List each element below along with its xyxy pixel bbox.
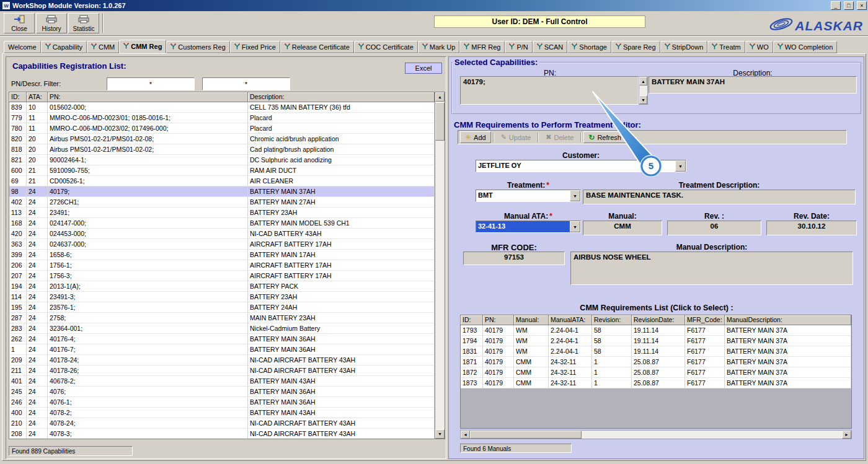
column-header[interactable]: PN: [48, 92, 248, 102]
column-header[interactable]: PN: [483, 315, 514, 325]
description-filter-input[interactable] [202, 77, 290, 90]
capability-row[interactable]: 208244078-3;NI-CAD AIRCRAFT BATTERY 43AH [9, 429, 435, 439]
pn-filter-input[interactable] [107, 77, 195, 90]
tab-wo[interactable]: WO [745, 41, 773, 53]
tab-welcome[interactable]: Welcome [4, 41, 41, 53]
column-header[interactable]: MFR_Code: [685, 315, 725, 325]
column-header[interactable]: Description: [248, 92, 435, 102]
capability-row[interactable]: 194242013-1(A);BATTERY PACK [9, 281, 435, 292]
column-header[interactable]: RevisionDate: [632, 315, 685, 325]
capability-row[interactable]: 12440176-7;BATTERY MAIN 36AH [9, 344, 435, 355]
scroll-left-icon[interactable]: ◄ [461, 431, 470, 439]
tab-fixed-price[interactable]: Fixed Price [230, 41, 280, 53]
tab-scan[interactable]: SCAN [533, 41, 568, 53]
capability-row[interactable]: 2622440176-4;BATTERY MAIN 36AH [9, 334, 435, 344]
add-button[interactable]: ✳ Add [460, 131, 491, 143]
column-header[interactable]: ID: [461, 315, 483, 325]
capability-row[interactable]: 16824024147-000;BATTERY MAIN MODEL 539 C… [9, 218, 435, 229]
requirement-row[interactable]: 179340179WM2.24-04-15819.11.14F6177BATTE… [461, 325, 851, 336]
close-button[interactable]: Close [4, 13, 35, 33]
tab-shortage[interactable]: Shortage [567, 41, 611, 53]
capability-row[interactable]: 246244076-1;BATTERY MAIN 36AH [9, 397, 435, 408]
minimize-button[interactable]: _ [831, 1, 841, 10]
tab-capability[interactable]: Capability [41, 41, 87, 53]
capability-row[interactable]: 210244078-24;NI-CAD AIRCRAFT BATTERY 43A… [9, 418, 435, 429]
manual-ata-combobox[interactable]: 32-41-13 ▼ [476, 221, 581, 233]
capability-row[interactable]: 6921CD00526-1;AIR CLEANER [9, 176, 435, 186]
column-header[interactable]: Revision: [592, 315, 632, 325]
capability-row[interactable]: 4012440678-2;BATTERY MAIN 43AH [9, 376, 435, 387]
column-header[interactable]: Manual: [514, 315, 549, 325]
chevron-down-icon[interactable]: ▼ [570, 190, 580, 201]
capability-row[interactable]: 207241756-3;AIRCRAFT BATTERY 17AH [9, 271, 435, 281]
capability-row[interactable]: 400244078-2;BATTERY MAIN 43AH [9, 408, 435, 418]
capability-row[interactable]: 78011MMRO-C-006-MD-0023/02; 017496-000;P… [9, 123, 435, 134]
maximize-button[interactable]: □ [844, 1, 854, 10]
column-header[interactable]: ID: [9, 92, 27, 102]
capability-row[interactable]: 77911MMRO-C-006-MD-0023/01; 0185-0016-1;… [9, 113, 435, 123]
scrollbar-thumb[interactable] [470, 431, 582, 439]
column-header[interactable]: ATA: [27, 92, 48, 102]
treatment-combobox[interactable]: BMT ▼ [476, 190, 581, 202]
excel-export-button[interactable]: Excel [405, 63, 442, 74]
customer-combobox[interactable]: JETFLITE OY ▼ [476, 160, 686, 172]
tab-cmm-reg[interactable]: CMM Reg [119, 40, 166, 53]
scroll-up-icon[interactable]: ▲ [639, 77, 647, 85]
requirement-row[interactable]: 187240179CMM24-32-11125.08.87F6177BATTER… [461, 367, 851, 378]
capability-row[interactable]: 287242758;MAIN BATTERY 23AH [9, 313, 435, 323]
capability-row[interactable]: 1132423491;BATTERY 23AH [9, 208, 435, 218]
history-button[interactable]: History [36, 13, 67, 33]
column-header[interactable]: ManualDescription: [725, 315, 851, 325]
delete-button[interactable]: ✖ Delete [541, 131, 578, 143]
tab-mfr-reg[interactable]: MFR Reg [459, 41, 505, 53]
capability-row[interactable]: 206241756-1;AIRCRAFT BATTERY 17AH [9, 260, 435, 271]
capability-row[interactable]: 600215910090-755;RAM AIR DUCT [9, 165, 435, 176]
column-header[interactable]: ManualATA: [549, 315, 592, 325]
toolbar-separator [538, 133, 539, 142]
requirement-row[interactable]: 187340179CMM24-32-11125.08.87F6177BATTER… [461, 378, 851, 388]
tab-cmm[interactable]: CMM [87, 41, 119, 53]
close-window-button[interactable]: × [857, 1, 867, 10]
tab-wo-completion[interactable]: WO Completion [773, 41, 838, 53]
requirements-horizontal-scrollbar[interactable]: ◄ ► [460, 430, 852, 439]
scroll-down-icon[interactable]: ▼ [435, 429, 445, 439]
capability-row[interactable]: 399241658-6;BATTERY MAIN 17AH [9, 250, 435, 260]
chevron-down-icon[interactable]: ▼ [675, 160, 686, 172]
capabilities-vertical-scrollbar[interactable]: ▲ ▼ [435, 92, 445, 439]
chevron-down-icon[interactable]: ▼ [570, 221, 580, 232]
tab-p-n[interactable]: P/N [505, 41, 532, 53]
capability-row[interactable]: 402242726CH1;BATTERY MAIN 27AH [9, 197, 435, 208]
update-button[interactable]: ✎ Update [496, 131, 536, 143]
capability-row[interactable]: 42024024453-000;NI-CAD BATTERY 43AH [9, 229, 435, 239]
capability-row[interactable]: 245244076;BATTERY MAIN 36AH [9, 387, 435, 397]
scrollbar-thumb[interactable] [435, 102, 445, 141]
scroll-down-icon[interactable]: ▼ [639, 95, 647, 104]
statistic-button[interactable]: Statistic [68, 13, 99, 33]
capability-row[interactable]: 2832432364-001;Nickel-Cadmium Battery [9, 323, 435, 334]
capability-row[interactable]: 82020Airbus PMS01-02-21/PMS01-02-08;Chro… [9, 134, 435, 144]
pn-field-scrollbar[interactable]: ▲ ▼ [639, 76, 648, 105]
tab-stripdown[interactable]: StripDown [660, 41, 708, 53]
tab-coc-certificate[interactable]: COC Certificate [354, 41, 418, 53]
scroll-up-icon[interactable]: ▲ [435, 92, 445, 102]
tab-treatm[interactable]: Treatm [707, 41, 745, 53]
capability-row[interactable]: 2092440178-24;NI-CAD AIRCRAFT BATTERY 43… [9, 355, 435, 366]
capability-row[interactable]: 2112440178-26;NI-CAD AIRCRAFT BATTERY 43… [9, 366, 435, 376]
tab-spare-reg[interactable]: Spare Reg [611, 41, 660, 53]
requirement-row[interactable]: 183140179WM2.24-04-15819.11.14F6177BATTE… [461, 346, 851, 357]
capability-row[interactable]: 1952423576-1;BATTERY 24AH [9, 302, 435, 313]
refresh-button[interactable]: ↻ Refresh [583, 131, 626, 143]
treatment-value: BMT [476, 190, 570, 201]
capability-row[interactable]: 8212090002464-1;DC Sulphuric acid anodiz… [9, 155, 435, 165]
requirement-row[interactable]: 179440179WM2.24-04-15819.11.14F6177BATTE… [461, 336, 851, 346]
tab-mark-up[interactable]: Mark Up [418, 41, 460, 53]
capability-row[interactable]: 1142423491-3;BATTERY 23AH [9, 292, 435, 302]
requirement-row[interactable]: 187140179CMM24-32-11125.08.87F6177BATTER… [461, 357, 851, 367]
scroll-right-icon[interactable]: ► [842, 431, 851, 439]
capability-row[interactable]: 36324024637-000;AIRCRAFT BATTERY 17AH [9, 239, 435, 250]
capability-row[interactable]: 982440179;BATTERY MAIN 37AH [9, 186, 435, 197]
tab-release-certificate[interactable]: Release Certificate [280, 41, 354, 53]
capability-row[interactable]: 83910015602-000;CELL 735 MAIN BATTERY (3… [9, 102, 435, 113]
tab-customers-reg[interactable]: Customers Reg [166, 41, 229, 53]
capability-row[interactable]: 81820Airbus PMS01-02-21/PMS01-02-02;Cad … [9, 144, 435, 155]
